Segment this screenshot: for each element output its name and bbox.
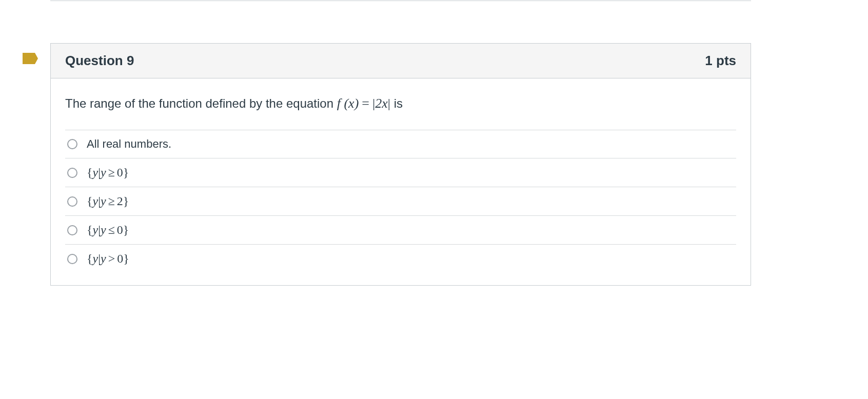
question-body: The range of the function defined by the… bbox=[51, 78, 751, 285]
answer-label: {y|y≤0} bbox=[87, 223, 129, 237]
answer-label: All real numbers. bbox=[87, 137, 171, 151]
radio-icon[interactable] bbox=[67, 168, 77, 178]
question-title: Question 9 bbox=[65, 53, 134, 69]
answer-option[interactable]: {y|y≤0} bbox=[65, 216, 736, 245]
bookmark-icon[interactable] bbox=[23, 53, 38, 64]
answer-label: {y|y≥2} bbox=[87, 194, 129, 208]
question-points: 1 pts bbox=[705, 53, 736, 69]
answer-label: {y|y>0} bbox=[87, 252, 129, 266]
answer-option[interactable]: {y|y≥2} bbox=[65, 187, 736, 216]
radio-icon[interactable] bbox=[67, 254, 77, 264]
answer-label: {y|y≥0} bbox=[87, 166, 129, 179]
radio-icon[interactable] bbox=[67, 225, 77, 235]
answer-option[interactable]: {y|y>0} bbox=[65, 245, 736, 273]
question-card: Question 9 1 pts The range of the functi… bbox=[50, 43, 751, 286]
prompt-math: f (x)=|2x| bbox=[337, 96, 390, 111]
prompt-prefix: The range of the function defined by the… bbox=[65, 96, 337, 110]
answers-list: All real numbers. {y|y≥0} {y|y≥2} {y|y≤0… bbox=[65, 130, 736, 273]
answer-option[interactable]: {y|y≥0} bbox=[65, 158, 736, 187]
question-prompt: The range of the function defined by the… bbox=[65, 96, 736, 111]
prompt-suffix: is bbox=[390, 96, 403, 110]
question-header: Question 9 1 pts bbox=[51, 44, 751, 78]
answer-option[interactable]: All real numbers. bbox=[65, 130, 736, 158]
previous-question-divider bbox=[50, 0, 751, 1]
radio-icon[interactable] bbox=[67, 139, 77, 149]
radio-icon[interactable] bbox=[67, 196, 77, 207]
